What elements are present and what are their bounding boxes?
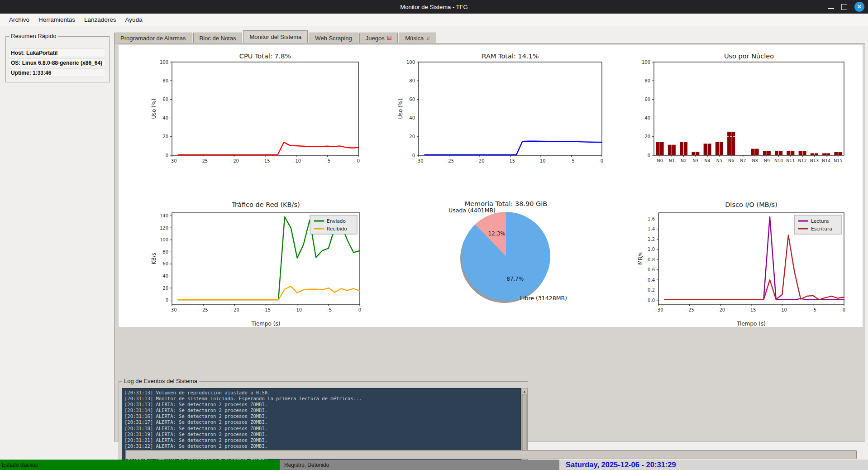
svg-text:−30: −30 xyxy=(167,158,176,163)
svg-text:0.2: 0.2 xyxy=(648,288,655,293)
svg-text:1.4: 1.4 xyxy=(648,226,655,231)
tab-bar: Programador de AlarmasBloc de NotasMonit… xyxy=(114,31,437,43)
svg-text:N14: N14 xyxy=(822,158,830,163)
quick-summary-title: Resumen Rápido xyxy=(9,33,58,39)
svg-text:N3: N3 xyxy=(692,158,698,163)
scroll-up-icon[interactable]: ▲ xyxy=(522,388,527,395)
tab-label: Juegos xyxy=(366,35,385,42)
series-escritura xyxy=(665,235,844,300)
log-line: [20:31:18] ALERTA: Se detectaron 2 proce… xyxy=(124,426,520,432)
cores-chart: Uso por Núcleo020406080100N0N1N2N3N4N5N6… xyxy=(615,48,863,177)
svg-text:0: 0 xyxy=(166,297,168,302)
svg-text:80: 80 xyxy=(162,249,168,254)
core-bar xyxy=(692,152,695,155)
svg-text:1.2: 1.2 xyxy=(648,237,655,242)
svg-text:40: 40 xyxy=(162,273,168,278)
core-bar xyxy=(672,145,676,155)
music-note-icon: ♫ xyxy=(426,35,430,41)
svg-text:−20: −20 xyxy=(475,158,484,163)
core-bar xyxy=(720,142,723,155)
tab-juegos[interactable]: Juegos⚄ xyxy=(359,33,398,43)
maximize-button-icon[interactable] xyxy=(841,4,847,10)
core-bar xyxy=(787,151,790,155)
svg-text:100: 100 xyxy=(642,60,650,65)
svg-text:−25: −25 xyxy=(198,158,208,163)
chart-svg-disk: Disco I/O (MB/s)0.00.20.40.60.81.01.21.4… xyxy=(615,195,863,329)
tab-web-scraping[interactable]: Web Scraping xyxy=(309,33,358,43)
svg-text:−15: −15 xyxy=(746,307,756,312)
tab-monitor-del-sistema[interactable]: Monitor del Sistema xyxy=(243,30,308,43)
svg-text:0: 0 xyxy=(412,153,415,158)
menu-item-ayuda[interactable]: Ayuda xyxy=(121,15,147,24)
svg-text:N12: N12 xyxy=(798,158,807,163)
core-bar xyxy=(751,149,755,155)
dice-icon: ⚄ xyxy=(387,35,391,41)
menu-item-archivo[interactable]: Archivo xyxy=(5,15,34,24)
tab-programador-de-alarmas[interactable]: Programador de Alarmas xyxy=(114,33,192,43)
svg-text:N1: N1 xyxy=(669,158,675,163)
svg-text:120: 120 xyxy=(160,225,168,230)
svg-text:−5: −5 xyxy=(324,158,331,163)
svg-text:N0: N0 xyxy=(657,158,663,163)
tab-label: Programador de Alarmas xyxy=(120,35,186,42)
svg-text:N10: N10 xyxy=(774,158,783,163)
charts-figure: CPU Total: 7.8%020406080100Uso (%)−30−25… xyxy=(119,45,863,327)
svg-text:87.7%: 87.7% xyxy=(506,276,524,282)
tab-label: Monitor del Sistema xyxy=(249,34,301,40)
menu-item-herramientas[interactable]: Herramientas xyxy=(34,15,80,24)
core-bar xyxy=(826,153,830,155)
minimize-button-icon[interactable] xyxy=(828,8,834,9)
svg-text:1.6: 1.6 xyxy=(648,216,655,221)
svg-text:0: 0 xyxy=(648,153,650,158)
log-line: [20:31:17] ALERTA: Se detectaron 2 proce… xyxy=(124,419,520,425)
svg-text:−20: −20 xyxy=(230,307,239,312)
svg-text:Usada (4401MB): Usada (4401MB) xyxy=(448,207,496,214)
svg-text:0: 0 xyxy=(843,307,845,312)
core-bar xyxy=(684,142,687,155)
svg-text:0: 0 xyxy=(357,158,360,163)
chart-svg-net: Tráfico de Red (KB/s)020406080100120140K… xyxy=(119,195,367,329)
svg-text:Tiempo (s): Tiempo (s) xyxy=(736,321,766,327)
log-line: [20:31:19] ALERTA: Se detectaron 2 proce… xyxy=(124,432,520,437)
svg-text:N15: N15 xyxy=(834,158,842,163)
svg-text:20: 20 xyxy=(409,134,415,139)
close-button-icon[interactable]: ✕ xyxy=(854,2,864,12)
core-bar xyxy=(680,142,683,155)
window-title: Monitor de Sistema - TFG xyxy=(400,4,467,10)
core-bar xyxy=(696,152,699,155)
uptime-info: Uptime: 1:33:46 xyxy=(9,68,105,77)
svg-text:−10: −10 xyxy=(536,158,545,163)
series-cpu xyxy=(178,142,358,155)
chart-svg-cpu: CPU Total: 7.8%020406080100Uso (%)−30−25… xyxy=(119,48,367,177)
svg-text:Uso (%): Uso (%) xyxy=(397,98,404,119)
svg-text:RAM Total: 14.1%: RAM Total: 14.1% xyxy=(482,53,539,60)
event-log-title: Log de Eventos del Sistema xyxy=(122,378,199,384)
tab-label: Web Scraping xyxy=(315,35,352,42)
core-bar xyxy=(739,155,743,155)
svg-text:−5: −5 xyxy=(568,158,575,163)
tab-bloc-de-notas[interactable]: Bloc de Notas xyxy=(193,33,243,43)
core-bar xyxy=(791,151,794,155)
chart-svg-cores: Uso por Núcleo020406080100N0N1N2N3N4N5N6… xyxy=(615,48,863,177)
svg-text:140: 140 xyxy=(160,213,168,218)
svg-text:−20: −20 xyxy=(715,307,725,312)
svg-text:0: 0 xyxy=(601,158,603,163)
registro-status: Registro: Detenido xyxy=(280,460,559,470)
core-bar xyxy=(743,155,747,155)
core-bar xyxy=(668,145,672,155)
ram-chart: RAM Total: 14.1%020406080100Uso (%)−30−2… xyxy=(367,48,615,177)
tab-musica[interactable]: Música♫ xyxy=(399,33,436,43)
svg-text:−30: −30 xyxy=(653,307,663,312)
core-bar xyxy=(763,151,767,155)
core-bar xyxy=(727,132,731,155)
svg-text:100: 100 xyxy=(160,237,168,242)
menu-item-lanzadores[interactable]: Lanzadores xyxy=(80,15,121,24)
svg-text:Escritura: Escritura xyxy=(811,226,832,231)
svg-text:−15: −15 xyxy=(260,158,270,163)
svg-text:N11: N11 xyxy=(786,158,795,163)
core-bar xyxy=(775,151,778,155)
log-line: [20:31:14] ALERTA: Se detectaron 2 proce… xyxy=(124,408,520,413)
svg-text:MB/s: MB/s xyxy=(637,252,644,265)
series-ram xyxy=(425,141,602,155)
svg-text:20: 20 xyxy=(644,134,650,139)
